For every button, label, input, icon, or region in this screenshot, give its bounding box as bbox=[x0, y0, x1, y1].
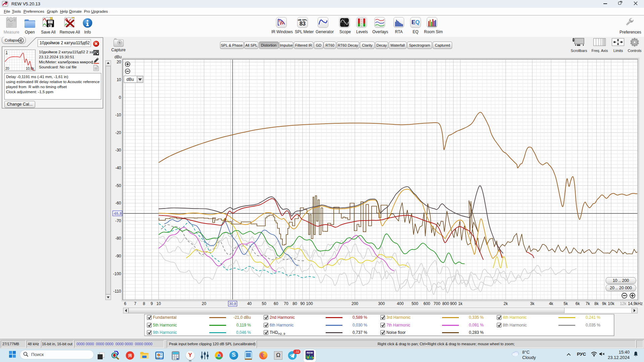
svg-text:dBu: dBu bbox=[126, 77, 134, 82]
svg-text:200: 200 bbox=[352, 301, 358, 306]
svg-text:7: 7 bbox=[134, 301, 137, 306]
svg-text:10k: 10k bbox=[608, 301, 614, 306]
svg-text:8: 8 bbox=[143, 301, 145, 306]
svg-text:50: 50 bbox=[262, 301, 267, 306]
svg-text:12k: 12k bbox=[620, 301, 627, 306]
svg-text:0: 0 bbox=[119, 95, 121, 100]
svg-text:9k: 9k bbox=[602, 301, 607, 306]
svg-text:700: 700 bbox=[434, 301, 440, 306]
svg-text:30,8: 30,8 bbox=[229, 302, 236, 306]
svg-text:20: 20 bbox=[202, 301, 207, 306]
svg-text:1k: 1k bbox=[458, 301, 463, 306]
svg-text:90: 90 bbox=[300, 301, 305, 306]
svg-text:10: 10 bbox=[117, 77, 121, 82]
svg-text:14,9kHz: 14,9kHz bbox=[628, 301, 643, 306]
svg-text:-70: -70 bbox=[115, 219, 121, 223]
svg-text:-20: -20 bbox=[115, 130, 121, 135]
svg-text:80: 80 bbox=[292, 301, 297, 306]
svg-text:-50: -50 bbox=[115, 183, 121, 188]
svg-text:-40: -40 bbox=[115, 166, 121, 170]
svg-text:7k: 7k bbox=[586, 301, 590, 306]
svg-text:10 .. 200: 10 .. 200 bbox=[613, 278, 629, 283]
svg-text:REW: REW bbox=[307, 351, 313, 354]
svg-text:70: 70 bbox=[284, 301, 288, 306]
svg-text:60: 60 bbox=[274, 301, 278, 306]
svg-text:300: 300 bbox=[378, 301, 385, 306]
svg-text:6: 6 bbox=[124, 301, 126, 306]
svg-text:9: 9 bbox=[151, 301, 153, 306]
svg-text:-110: -110 bbox=[113, 289, 121, 294]
svg-text:500: 500 bbox=[412, 301, 418, 306]
svg-text:5k: 5k bbox=[564, 301, 568, 306]
svg-text:800: 800 bbox=[442, 301, 449, 306]
svg-text:-65,8: -65,8 bbox=[113, 212, 121, 216]
svg-text:3k: 3k bbox=[530, 301, 535, 306]
svg-text:-30: -30 bbox=[115, 148, 121, 153]
svg-text:400: 400 bbox=[397, 301, 404, 306]
svg-text:20: 20 bbox=[117, 60, 121, 64]
svg-text:20 .. 20 000: 20 .. 20 000 bbox=[610, 286, 632, 290]
svg-text:100: 100 bbox=[306, 301, 313, 306]
svg-text:6k: 6k bbox=[576, 301, 580, 306]
svg-text:-100: -100 bbox=[113, 272, 121, 276]
svg-text:-90: -90 bbox=[115, 254, 121, 258]
svg-text:2k: 2k bbox=[503, 301, 508, 306]
svg-text:10: 10 bbox=[156, 301, 161, 306]
svg-text:600: 600 bbox=[423, 301, 430, 306]
svg-text:-10: -10 bbox=[115, 113, 121, 117]
svg-text:8k: 8k bbox=[594, 301, 599, 306]
svg-text:-80: -80 bbox=[115, 236, 121, 241]
svg-text:-60: -60 bbox=[115, 201, 121, 205]
svg-text:4k: 4k bbox=[549, 301, 554, 306]
svg-text:900: 900 bbox=[450, 301, 457, 306]
svg-text:40: 40 bbox=[247, 301, 252, 306]
